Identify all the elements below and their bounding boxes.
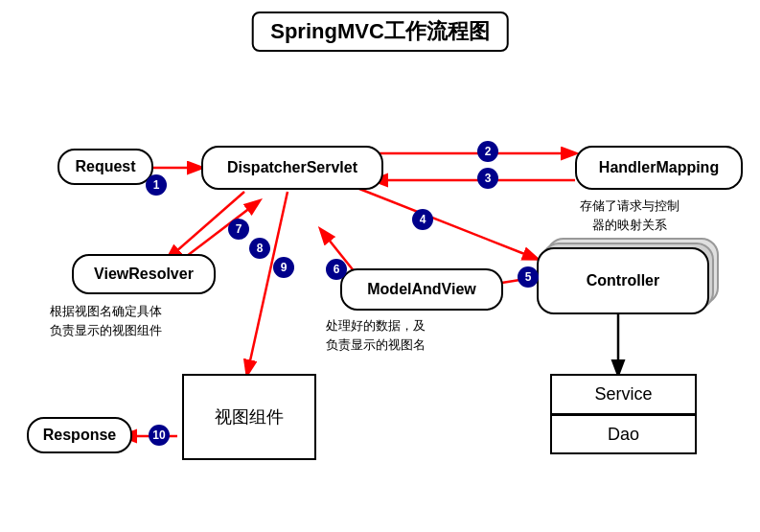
view-component-node: 视图组件 (182, 374, 316, 460)
step-4: 4 (412, 209, 433, 230)
title: SpringMVC工作流程图 (251, 12, 509, 52)
step-10: 10 (149, 425, 170, 446)
step-1: 1 (146, 174, 167, 196)
controller-node: Controller (537, 247, 709, 314)
service-node: Service (550, 374, 697, 414)
step-5: 5 (518, 266, 539, 288)
svg-line-8 (247, 192, 288, 374)
model-and-view-label: 处理好的数据，及负责显示的视图名 (326, 316, 426, 354)
response-node: Response (27, 417, 132, 453)
step-2: 2 (477, 141, 498, 162)
svg-line-3 (355, 187, 537, 259)
view-resolver-node: ViewResolver (72, 254, 216, 294)
step-7: 7 (228, 219, 249, 240)
step-9: 9 (273, 257, 294, 278)
dao-node: Dao (550, 414, 697, 454)
handler-mapping-label: 存储了请求与控制器的映射关系 (580, 197, 679, 234)
view-resolver-label: 根据视图名确定具体负责显示的视图组件 (50, 302, 162, 339)
step-8: 8 (249, 238, 270, 259)
handler-mapping-node: HandlerMapping (575, 146, 743, 190)
diagram: SpringMVC工作流程图 (0, 0, 760, 532)
step-3: 3 (477, 168, 498, 189)
request-node: Request (58, 149, 153, 185)
dispatcher-node: DispatcherServlet (201, 146, 383, 190)
step-6: 6 (326, 259, 347, 280)
model-and-view-node: ModelAndView (340, 268, 503, 311)
